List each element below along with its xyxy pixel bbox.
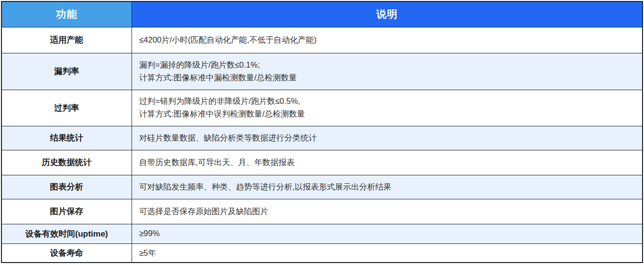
- description-cell: ≥99%: [132, 224, 643, 243]
- function-cell: 历史数据统计: [1, 150, 132, 175]
- description-cell: ≥5年: [132, 243, 643, 263]
- function-cell: 适用产能: [1, 27, 132, 53]
- function-cell: 图片保存: [1, 199, 132, 224]
- table-row: 漏判率漏判=漏掉的降级片/跑片数≤0.1%;计算方式:图像标准中漏检测数量/总检…: [1, 53, 643, 90]
- table-row: 适用产能≤4200片/小时(匹配自动化产能,不低于自动化产能): [1, 27, 643, 53]
- table-row: 设备有效时间(uptime)≥99%: [1, 224, 643, 243]
- table-header: 功能 说明: [1, 1, 643, 27]
- table-body: 适用产能≤4200片/小时(匹配自动化产能,不低于自动化产能)漏判率漏判=漏掉的…: [1, 27, 643, 263]
- description-line: ≥5年: [139, 247, 640, 260]
- header-cell-function: 功能: [1, 1, 132, 27]
- description-cell: 自带历史数据库,可导出天、月、年数据报表: [132, 150, 643, 175]
- function-cell: 设备有效时间(uptime): [1, 224, 132, 243]
- function-cell: 漏判率: [1, 53, 132, 90]
- table-row: 过判率过判=错判为降级片的非降级片/跑片数≤0.5%,计算方式:图像标准中误判检…: [1, 90, 643, 126]
- description-line: 自带历史数据库,可导出天、月、年数据报表: [139, 156, 640, 169]
- description-line: 可选择是否保存原始图片及缺陷图片: [139, 205, 640, 218]
- table-row: 图片保存可选择是否保存原始图片及缺陷图片: [1, 199, 643, 224]
- description-cell: 可选择是否保存原始图片及缺陷图片: [132, 199, 643, 224]
- description-cell: 过判=错判为降级片的非降级片/跑片数≤0.5%,计算方式:图像标准中误判检测数量…: [132, 90, 643, 126]
- description-cell: 漏判=漏掉的降级片/跑片数≤0.1%;计算方式:图像标准中漏检测数量/总检测数量: [132, 53, 643, 90]
- description-line: ≥99%: [139, 227, 640, 240]
- table-row: 设备寿命≥5年: [1, 243, 643, 263]
- description-line: 过判=错判为降级片的非降级片/跑片数≤0.5%,: [139, 95, 640, 108]
- description-line: ≤4200片/小时(匹配自动化产能,不低于自动化产能): [139, 34, 640, 47]
- description-line: 对硅片数量数据、缺陷分析类等数据进行分类统计: [139, 132, 640, 145]
- table-row: 结果统计对硅片数量数据、缺陷分析类等数据进行分类统计: [1, 126, 643, 150]
- table-row: 图表分析可对缺陷发生频率、种类、趋势等进行分析,以报表形式展示出分析结果: [1, 175, 643, 199]
- table-row: 历史数据统计自带历史数据库,可导出天、月、年数据报表: [1, 150, 643, 175]
- function-cell: 图表分析: [1, 175, 132, 199]
- header-row: 功能 说明: [1, 1, 643, 27]
- description-cell: 可对缺陷发生频率、种类、趋势等进行分析,以报表形式展示出分析结果: [132, 175, 643, 199]
- description-line: 计算方式:图像标准中漏检测数量/总检测数量: [139, 72, 640, 84]
- description-line: 可对缺陷发生频率、种类、趋势等进行分析,以报表形式展示出分析结果: [139, 181, 640, 193]
- spec-table: 功能 说明 适用产能≤4200片/小时(匹配自动化产能,不低于自动化产能)漏判率…: [1, 1, 643, 263]
- description-line: 计算方式:图像标准中误判检测数量/总检测数量: [139, 108, 640, 120]
- function-cell: 结果统计: [1, 126, 132, 150]
- page: 功能 说明 适用产能≤4200片/小时(匹配自动化产能,不低于自动化产能)漏判率…: [0, 0, 644, 265]
- description-line: 漏判=漏掉的降级片/跑片数≤0.1%;: [139, 59, 640, 72]
- description-cell: 对硅片数量数据、缺陷分析类等数据进行分类统计: [132, 126, 643, 150]
- function-cell: 过判率: [1, 90, 132, 126]
- description-cell: ≤4200片/小时(匹配自动化产能,不低于自动化产能): [132, 27, 643, 53]
- function-cell: 设备寿命: [1, 243, 132, 263]
- header-cell-description: 说明: [132, 1, 643, 27]
